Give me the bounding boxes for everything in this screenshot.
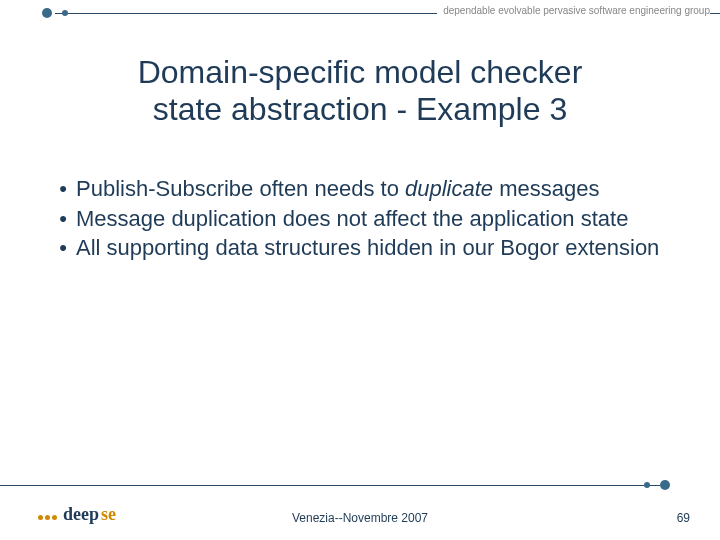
bullet-text: All supporting data structures hidden in… [76,234,659,262]
list-item: • Message duplication does not affect th… [50,205,670,233]
header-band: dependable evolvable pervasive software … [0,5,720,21]
header-dot-small-icon [62,10,68,16]
bullet-text: Publish-Subscribe often needs to duplica… [76,175,599,203]
bullet-icon: • [50,175,76,203]
footer-dot-icon [660,480,670,490]
bullet-pre: All supporting data structures hidden in… [76,235,659,260]
footer-dot-small-icon [644,482,650,488]
footer-venue: Venezia--Novembre 2007 [292,511,428,525]
bullet-post: messages [493,176,599,201]
logo-se: se [101,504,116,525]
header-org-text: dependable evolvable pervasive software … [437,5,710,16]
list-item: • All supporting data structures hidden … [50,234,670,262]
logo: deep se [38,504,116,525]
footer-rule [0,485,660,486]
bullet-text: Message duplication does not affect the … [76,205,628,233]
bullet-pre: Message duplication does not affect the … [76,206,628,231]
title-line-1: Domain-specific model checker [138,54,583,90]
title-line-2: state abstraction - Example 3 [153,91,567,127]
bullet-em: duplicate [405,176,493,201]
list-item: • Publish-Subscribe often needs to dupli… [50,175,670,203]
slide-title: Domain-specific model checker state abst… [60,54,660,128]
header-dot-icon [42,8,52,18]
logo-deep: deep [63,504,99,525]
logo-dots-icon [38,506,59,524]
footer-page-number: 69 [677,511,690,525]
bullet-icon: • [50,234,76,262]
bullet-list: • Publish-Subscribe often needs to dupli… [50,175,670,264]
bullet-pre: Publish-Subscribe often needs to [76,176,405,201]
bullet-icon: • [50,205,76,233]
